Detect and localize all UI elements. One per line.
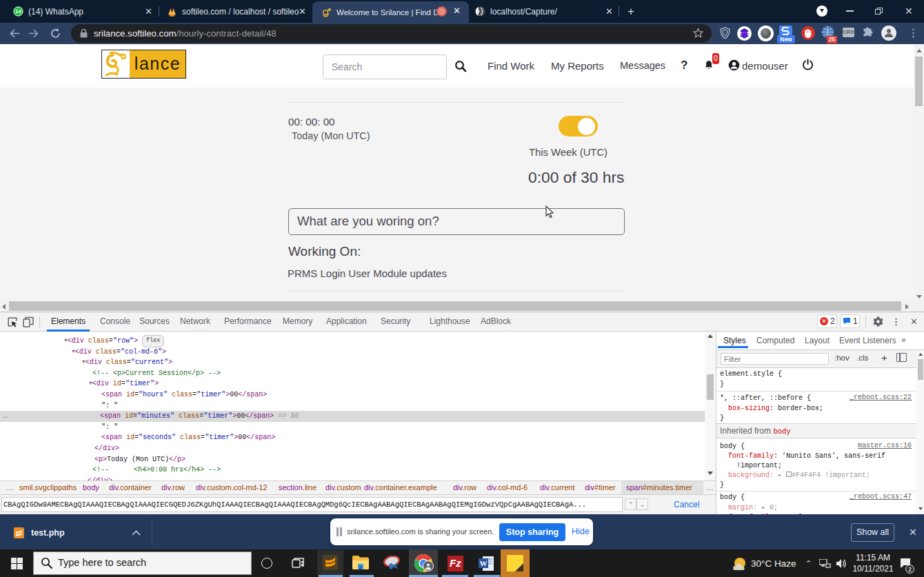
svg-text:14: 14 [15,8,21,14]
svg-text:W: W [480,559,488,567]
